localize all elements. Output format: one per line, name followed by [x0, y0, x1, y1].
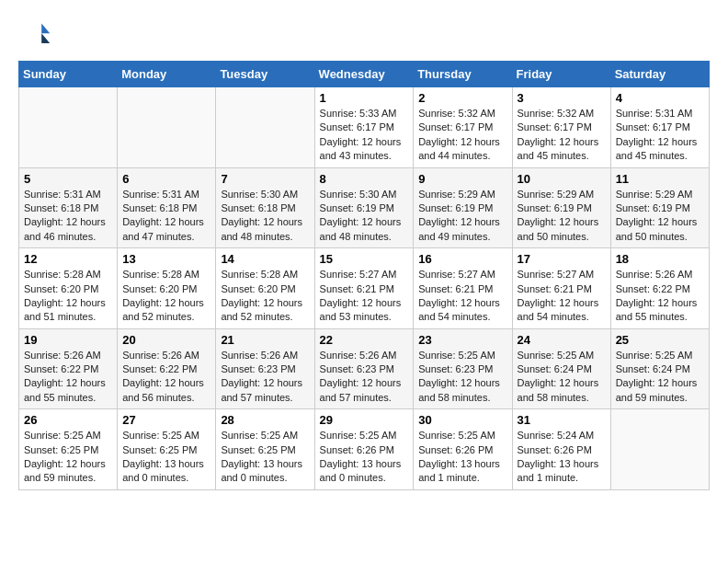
- day-number: 8: [320, 172, 409, 186]
- day-number: 28: [221, 413, 309, 427]
- day-info: Sunrise: 5:27 AM Sunset: 6:21 PM Dayligh…: [320, 268, 409, 325]
- day-info: Sunrise: 5:29 AM Sunset: 6:19 PM Dayligh…: [518, 188, 606, 245]
- calendar-day-cell: [216, 87, 314, 168]
- calendar-table: SundayMondayTuesdayWednesdayThursdayFrid…: [18, 61, 710, 490]
- calendar-day-cell: 16Sunrise: 5:27 AM Sunset: 6:21 PM Dayli…: [414, 248, 512, 329]
- weekday-header-cell: Friday: [512, 62, 610, 87]
- calendar-day-cell: 23Sunrise: 5:25 AM Sunset: 6:23 PM Dayli…: [414, 328, 512, 409]
- weekday-header-cell: Tuesday: [216, 62, 314, 87]
- calendar-day-cell: [19, 87, 118, 168]
- day-number: 19: [24, 333, 112, 347]
- calendar-week-row: 5Sunrise: 5:31 AM Sunset: 6:18 PM Daylig…: [19, 167, 710, 248]
- day-info: Sunrise: 5:32 AM Sunset: 6:17 PM Dayligh…: [518, 107, 606, 164]
- logo-icon: [18, 18, 51, 52]
- day-info: Sunrise: 5:28 AM Sunset: 6:20 PM Dayligh…: [24, 268, 112, 325]
- calendar-day-cell: 11Sunrise: 5:29 AM Sunset: 6:19 PM Dayli…: [610, 167, 709, 248]
- calendar-day-cell: 4Sunrise: 5:31 AM Sunset: 6:17 PM Daylig…: [610, 87, 709, 168]
- page-header: [18, 18, 710, 52]
- day-number: 22: [320, 333, 409, 347]
- calendar-body: 1Sunrise: 5:33 AM Sunset: 6:17 PM Daylig…: [19, 87, 710, 490]
- day-number: 17: [518, 252, 606, 266]
- weekday-header-cell: Monday: [118, 62, 216, 87]
- weekday-header-cell: Wednesday: [314, 62, 414, 87]
- day-info: Sunrise: 5:27 AM Sunset: 6:21 PM Dayligh…: [418, 268, 506, 325]
- day-info: Sunrise: 5:31 AM Sunset: 6:18 PM Dayligh…: [122, 188, 210, 245]
- day-number: 5: [24, 172, 112, 186]
- day-info: Sunrise: 5:33 AM Sunset: 6:17 PM Dayligh…: [320, 107, 409, 164]
- calendar-day-cell: 26Sunrise: 5:25 AM Sunset: 6:25 PM Dayli…: [19, 409, 118, 490]
- day-number: 1: [320, 91, 409, 105]
- day-number: 7: [221, 172, 309, 186]
- day-number: 18: [616, 252, 704, 266]
- day-info: Sunrise: 5:31 AM Sunset: 6:18 PM Dayligh…: [24, 188, 112, 245]
- day-number: 23: [418, 333, 506, 347]
- day-info: Sunrise: 5:26 AM Sunset: 6:22 PM Dayligh…: [122, 349, 210, 406]
- day-number: 6: [122, 172, 210, 186]
- day-number: 29: [320, 413, 409, 427]
- day-info: Sunrise: 5:30 AM Sunset: 6:18 PM Dayligh…: [221, 188, 309, 245]
- day-info: Sunrise: 5:25 AM Sunset: 6:25 PM Dayligh…: [122, 429, 210, 486]
- day-info: Sunrise: 5:31 AM Sunset: 6:17 PM Dayligh…: [616, 107, 704, 164]
- day-info: Sunrise: 5:26 AM Sunset: 6:23 PM Dayligh…: [320, 349, 409, 406]
- day-info: Sunrise: 5:25 AM Sunset: 6:24 PM Dayligh…: [518, 349, 606, 406]
- day-info: Sunrise: 5:25 AM Sunset: 6:23 PM Dayligh…: [418, 349, 506, 406]
- calendar-week-row: 12Sunrise: 5:28 AM Sunset: 6:20 PM Dayli…: [19, 248, 710, 329]
- calendar-day-cell: 15Sunrise: 5:27 AM Sunset: 6:21 PM Dayli…: [314, 248, 414, 329]
- day-info: Sunrise: 5:25 AM Sunset: 6:26 PM Dayligh…: [418, 429, 506, 486]
- day-info: Sunrise: 5:24 AM Sunset: 6:26 PM Dayligh…: [518, 429, 606, 486]
- day-number: 3: [518, 91, 606, 105]
- calendar-day-cell: 8Sunrise: 5:30 AM Sunset: 6:19 PM Daylig…: [314, 167, 414, 248]
- calendar-day-cell: 20Sunrise: 5:26 AM Sunset: 6:22 PM Dayli…: [118, 328, 216, 409]
- calendar-day-cell: 31Sunrise: 5:24 AM Sunset: 6:26 PM Dayli…: [512, 409, 610, 490]
- day-number: 25: [616, 333, 704, 347]
- calendar-week-row: 1Sunrise: 5:33 AM Sunset: 6:17 PM Daylig…: [19, 87, 710, 168]
- day-info: Sunrise: 5:25 AM Sunset: 6:24 PM Dayligh…: [616, 349, 704, 406]
- day-info: Sunrise: 5:30 AM Sunset: 6:19 PM Dayligh…: [320, 188, 409, 245]
- calendar-day-cell: 25Sunrise: 5:25 AM Sunset: 6:24 PM Dayli…: [610, 328, 709, 409]
- calendar-day-cell: 27Sunrise: 5:25 AM Sunset: 6:25 PM Dayli…: [118, 409, 216, 490]
- calendar-day-cell: 29Sunrise: 5:25 AM Sunset: 6:26 PM Dayli…: [314, 409, 414, 490]
- weekday-header-cell: Saturday: [610, 62, 709, 87]
- day-info: Sunrise: 5:26 AM Sunset: 6:22 PM Dayligh…: [616, 268, 704, 325]
- calendar-day-cell: 1Sunrise: 5:33 AM Sunset: 6:17 PM Daylig…: [314, 87, 414, 168]
- day-info: Sunrise: 5:25 AM Sunset: 6:25 PM Dayligh…: [24, 429, 112, 486]
- calendar-day-cell: 18Sunrise: 5:26 AM Sunset: 6:22 PM Dayli…: [610, 248, 709, 329]
- calendar-day-cell: 6Sunrise: 5:31 AM Sunset: 6:18 PM Daylig…: [118, 167, 216, 248]
- day-number: 20: [122, 333, 210, 347]
- day-number: 16: [418, 252, 506, 266]
- svg-marker-1: [41, 33, 50, 43]
- day-number: 26: [24, 413, 112, 427]
- day-info: Sunrise: 5:28 AM Sunset: 6:20 PM Dayligh…: [122, 268, 210, 325]
- calendar-day-cell: [118, 87, 216, 168]
- day-info: Sunrise: 5:32 AM Sunset: 6:17 PM Dayligh…: [418, 107, 506, 164]
- calendar-day-cell: 24Sunrise: 5:25 AM Sunset: 6:24 PM Dayli…: [512, 328, 610, 409]
- day-info: Sunrise: 5:27 AM Sunset: 6:21 PM Dayligh…: [518, 268, 606, 325]
- calendar-day-cell: 22Sunrise: 5:26 AM Sunset: 6:23 PM Dayli…: [314, 328, 414, 409]
- day-number: 12: [24, 252, 112, 266]
- calendar-day-cell: 30Sunrise: 5:25 AM Sunset: 6:26 PM Dayli…: [414, 409, 512, 490]
- calendar-day-cell: 10Sunrise: 5:29 AM Sunset: 6:19 PM Dayli…: [512, 167, 610, 248]
- day-number: 11: [616, 172, 704, 186]
- day-info: Sunrise: 5:26 AM Sunset: 6:23 PM Dayligh…: [221, 349, 309, 406]
- calendar-day-cell: 3Sunrise: 5:32 AM Sunset: 6:17 PM Daylig…: [512, 87, 610, 168]
- day-number: 4: [616, 91, 704, 105]
- svg-marker-0: [41, 23, 50, 33]
- day-number: 31: [518, 413, 606, 427]
- day-info: Sunrise: 5:28 AM Sunset: 6:20 PM Dayligh…: [221, 268, 309, 325]
- day-info: Sunrise: 5:26 AM Sunset: 6:22 PM Dayligh…: [24, 349, 112, 406]
- weekday-header-row: SundayMondayTuesdayWednesdayThursdayFrid…: [19, 62, 710, 87]
- day-number: 10: [518, 172, 606, 186]
- day-info: Sunrise: 5:29 AM Sunset: 6:19 PM Dayligh…: [418, 188, 506, 245]
- calendar-day-cell: 28Sunrise: 5:25 AM Sunset: 6:25 PM Dayli…: [216, 409, 314, 490]
- calendar-day-cell: 5Sunrise: 5:31 AM Sunset: 6:18 PM Daylig…: [19, 167, 118, 248]
- calendar-day-cell: 12Sunrise: 5:28 AM Sunset: 6:20 PM Dayli…: [19, 248, 118, 329]
- day-info: Sunrise: 5:25 AM Sunset: 6:26 PM Dayligh…: [320, 429, 409, 486]
- calendar-day-cell: 14Sunrise: 5:28 AM Sunset: 6:20 PM Dayli…: [216, 248, 314, 329]
- day-number: 9: [418, 172, 506, 186]
- day-number: 13: [122, 252, 210, 266]
- weekday-header-cell: Sunday: [19, 62, 118, 87]
- calendar-day-cell: 7Sunrise: 5:30 AM Sunset: 6:18 PM Daylig…: [216, 167, 314, 248]
- weekday-header-cell: Thursday: [414, 62, 512, 87]
- day-number: 30: [418, 413, 506, 427]
- calendar-week-row: 26Sunrise: 5:25 AM Sunset: 6:25 PM Dayli…: [19, 409, 710, 490]
